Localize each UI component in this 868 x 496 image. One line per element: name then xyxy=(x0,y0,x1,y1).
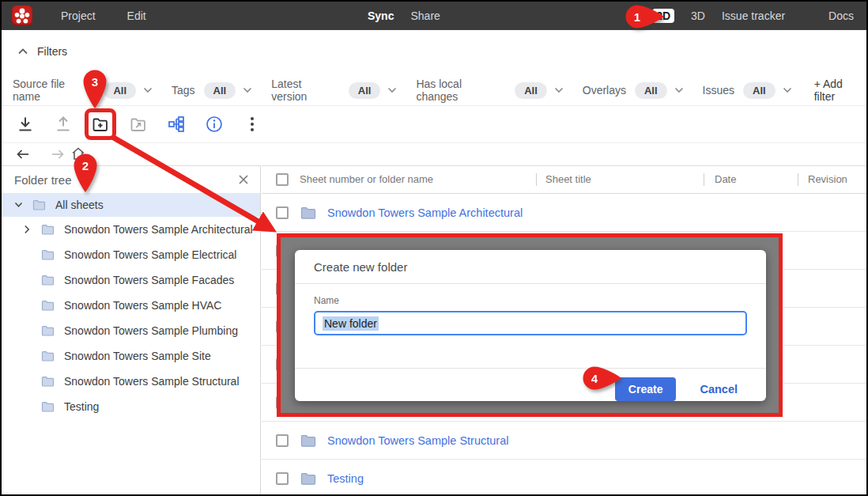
folder-icon xyxy=(41,224,55,235)
row-checkbox[interactable] xyxy=(276,472,289,485)
filter-label: Overlays xyxy=(583,84,626,97)
move-to-folder-icon[interactable] xyxy=(129,115,148,134)
chevron-down-icon[interactable] xyxy=(387,87,397,93)
tree-item-label: Snowdon Towers Sample Site xyxy=(64,350,211,362)
folder-icon xyxy=(41,325,55,336)
tree-item-label: Snowdon Towers Sample Architectural xyxy=(64,223,253,236)
filters-title: Filters xyxy=(37,45,67,58)
column-header-date[interactable]: Date xyxy=(715,173,736,185)
chevron-down-icon[interactable] xyxy=(783,87,792,93)
filter-value-pill[interactable]: All xyxy=(204,82,236,99)
home-icon[interactable] xyxy=(70,146,86,161)
tree-item-label: Snowdon Towers Sample Structural xyxy=(64,375,240,388)
column-header-revision[interactable]: Revision xyxy=(808,173,847,185)
tree-item-label: Snowdon Towers Sample Facades xyxy=(64,274,234,286)
tree-item-hvac[interactable]: Snowdon Towers Sample HVAC xyxy=(2,293,260,318)
new-folder-icon[interactable] xyxy=(91,115,110,134)
folder-link[interactable]: Testing xyxy=(327,472,364,485)
chevron-down-icon[interactable] xyxy=(554,87,564,93)
filter-row: Source file name All Tags All Latest ver… xyxy=(13,78,866,103)
filter-value-pill[interactable]: All xyxy=(349,82,381,99)
tree-item-facades[interactable]: Snowdon Towers Sample Facades xyxy=(2,267,260,293)
filter-value-pill[interactable]: All xyxy=(104,82,136,99)
back-icon[interactable] xyxy=(15,146,31,162)
tree-item-label: Testing xyxy=(64,400,99,413)
folder-icon xyxy=(41,350,55,362)
tab-issue-tracker[interactable]: Issue tracker xyxy=(722,9,785,22)
tree-item-plumbing[interactable]: Snowdon Towers Sample Plumbing xyxy=(2,318,260,343)
top-menu-bar: Project Edit Sync Share 2D 3D Issue trac… xyxy=(2,2,866,30)
name-field-label: Name xyxy=(314,295,747,306)
tree-view-icon[interactable] xyxy=(167,115,186,134)
folder-name-input[interactable]: New folder xyxy=(314,311,747,335)
select-all-checkbox[interactable] xyxy=(276,173,289,186)
filter-latest-version[interactable]: Latest version All xyxy=(271,78,397,103)
folder-tree-panel: Folder tree All sheets Snowdon Towers Sa… xyxy=(2,165,261,494)
folder-tree-title: Folder tree xyxy=(14,173,72,187)
menu-sync[interactable]: Sync xyxy=(368,9,394,22)
tree-root-all-sheets[interactable]: All sheets xyxy=(2,193,260,217)
modal-annotation-frame: Create new folder Name New folder Create… xyxy=(277,233,783,417)
filter-source-file-name[interactable]: Source file name All xyxy=(13,78,153,103)
forward-icon[interactable] xyxy=(50,146,66,162)
folder-icon xyxy=(41,401,55,412)
add-filter-button[interactable]: + Add filter xyxy=(814,78,866,103)
download-icon[interactable] xyxy=(16,115,35,134)
filter-label: Source file name xyxy=(13,78,95,103)
sheets-toolbar xyxy=(2,105,866,143)
upload-icon[interactable] xyxy=(54,115,73,134)
folder-link[interactable]: Snowdon Towers Sample Structural xyxy=(327,434,508,447)
table-row-structural[interactable]: Snowdon Towers Sample Structural xyxy=(262,422,866,460)
filter-label: Has local changes xyxy=(416,78,506,103)
info-icon[interactable] xyxy=(205,115,224,134)
chevron-right-icon[interactable] xyxy=(24,225,35,234)
table-row-testing[interactable]: Testing xyxy=(262,460,866,496)
tab-2d[interactable]: 2D xyxy=(652,9,674,23)
row-checkbox[interactable] xyxy=(276,434,289,447)
menu-edit[interactable]: Edit xyxy=(127,9,146,22)
folder-link[interactable]: Snowdon Towers Sample Architectural xyxy=(327,206,523,219)
tree-item-label: Snowdon Towers Sample Electrical xyxy=(64,248,236,261)
selected-input-text: New folder xyxy=(323,316,379,331)
table-header: Sheet number or folder name Sheet title … xyxy=(262,166,866,194)
row-checkbox[interactable] xyxy=(276,206,289,219)
filter-value-pill[interactable]: All xyxy=(635,82,667,99)
tab-3d[interactable]: 3D xyxy=(691,9,705,22)
folder-icon xyxy=(300,206,316,219)
more-options-icon[interactable] xyxy=(247,115,258,134)
filter-overlays[interactable]: Overlays All xyxy=(583,82,684,99)
folder-icon xyxy=(41,376,55,387)
menu-project[interactable]: Project xyxy=(61,9,96,22)
tree-item-architectural[interactable]: Snowdon Towers Sample Architectural xyxy=(2,217,260,242)
cancel-button[interactable]: Cancel xyxy=(700,383,738,396)
filters-toggle[interactable]: Filters xyxy=(17,45,67,58)
filter-has-local-changes[interactable]: Has local changes All xyxy=(416,78,563,103)
tree-item-label: Snowdon Towers Sample Plumbing xyxy=(64,324,238,337)
filter-value-pill[interactable]: All xyxy=(743,82,776,99)
chevron-down-icon[interactable] xyxy=(674,87,684,93)
create-folder-dialog: Create new folder Name New folder Create… xyxy=(295,250,766,401)
filter-issues[interactable]: Issues All xyxy=(703,82,792,99)
chevron-down-icon[interactable] xyxy=(143,87,153,93)
folder-icon xyxy=(300,472,316,485)
column-header-sheet-title[interactable]: Sheet title xyxy=(545,173,591,185)
menu-share[interactable]: Share xyxy=(410,9,440,22)
table-row-architectural[interactable]: Snowdon Towers Sample Architectural xyxy=(262,194,866,232)
filter-label: Tags xyxy=(172,84,195,97)
filter-tags[interactable]: Tags All xyxy=(172,82,252,99)
tree-item-testing[interactable]: Testing xyxy=(2,394,260,419)
tree-item-electrical[interactable]: Snowdon Towers Sample Electrical xyxy=(2,242,260,267)
revizto-logo-icon[interactable] xyxy=(12,6,32,26)
folder-icon xyxy=(41,249,55,260)
chevron-down-icon[interactable] xyxy=(14,202,23,208)
column-header-name[interactable]: Sheet number or folder name xyxy=(300,173,433,185)
tree-item-site[interactable]: Snowdon Towers Sample Site xyxy=(2,343,260,369)
close-icon[interactable] xyxy=(238,174,249,185)
filter-value-pill[interactable]: All xyxy=(515,82,547,99)
tree-item-structural[interactable]: Snowdon Towers Sample Structural xyxy=(2,369,260,394)
tab-docs[interactable]: Docs xyxy=(828,9,854,22)
filter-label: Latest version xyxy=(271,78,340,103)
folder-icon xyxy=(41,275,55,286)
chevron-down-icon[interactable] xyxy=(243,87,252,93)
create-button[interactable]: Create xyxy=(615,377,677,401)
